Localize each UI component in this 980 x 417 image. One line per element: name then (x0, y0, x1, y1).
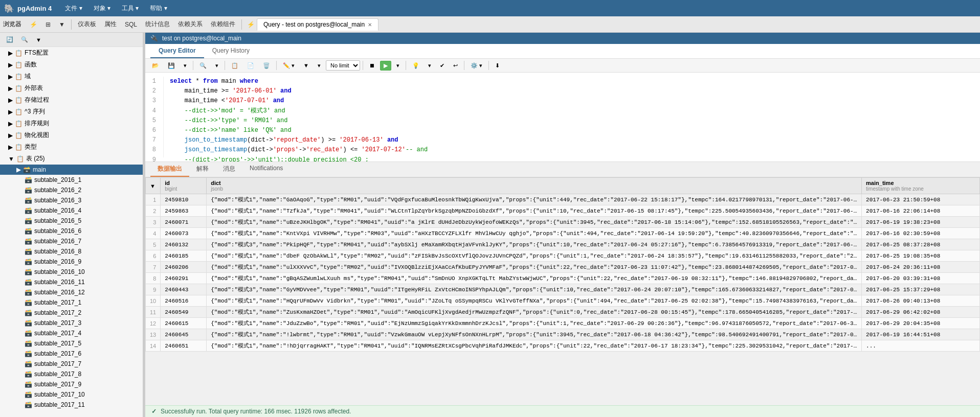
paste-btn[interactable]: 📄 (243, 61, 258, 71)
sidebar-item-sub17-6[interactable]: 🗃️ subtable_2017_6 (0, 349, 143, 359)
results-tab-messages[interactable]: 消息 (216, 162, 242, 177)
menu-tools[interactable]: 工具 ▾ (117, 2, 144, 15)
filter-edit-btn[interactable]: ▼ (300, 61, 313, 70)
col-maintime-header[interactable]: main_time timestamp with time zone (862, 178, 980, 194)
sidebar-item-sub12[interactable]: 🗃️ subtable_2016_12 (0, 287, 143, 297)
sidebar-item-sub11[interactable]: 🗃️ subtable_2016_11 (0, 277, 143, 287)
sidebar-item-sub17-4[interactable]: 🗃️ subtable_2017_4 (0, 328, 143, 338)
sidebar-item-procedure[interactable]: ▶ 📋 存储过程 (0, 94, 143, 106)
dependents-btn[interactable]: 依赖组件 (208, 18, 238, 30)
data-table-wrapper[interactable]: ▼ id bigint dict jsonb main_time (145, 177, 980, 405)
table-row[interactable]: 52460132{"mod":"模式3","name":"PkipHQF","t… (146, 239, 980, 250)
table-row[interactable]: 42460073{"mod":"模式1","name":"KntVXpi VIV… (146, 228, 980, 239)
explain-btn[interactable]: 💡 (409, 61, 423, 71)
limit-select[interactable]: No limit 100 500 1000 (326, 60, 360, 71)
dashboard-btn[interactable]: 仪表板 (75, 18, 99, 30)
sidebar-item-sub17-10[interactable]: 🗃️ subtable_2017_10 (0, 389, 143, 400)
sidebar-filter[interactable]: ▼ (33, 35, 44, 44)
copy-btn[interactable]: 📋 (228, 61, 242, 71)
table-row[interactable]: 22459863{"mod":"模式1","name":"TzfkJa","ty… (146, 205, 980, 217)
sidebar-item-sub17-5[interactable]: 🗃️ subtable_2017_5 (0, 338, 143, 349)
save-dropdown-btn[interactable]: ▾ (180, 61, 190, 71)
menu-object[interactable]: 对象 ▾ (88, 2, 116, 15)
sidebar-refresh[interactable]: 🔄 (3, 35, 16, 44)
find-btn[interactable]: 🔍 (196, 61, 210, 71)
sidebar-item-func[interactable]: ▶ 📋 函数 (0, 59, 143, 71)
table-row[interactable]: 102460516{"mod":"模式1","name":"HQqrUFmDwV… (146, 295, 980, 307)
sidebar-item-sub5[interactable]: 🗃️ subtable_2016_5 (0, 216, 143, 226)
sql-btn[interactable]: SQL (122, 19, 140, 30)
run-btn[interactable]: ▶ (380, 61, 391, 71)
menu-file[interactable]: 文件 ▾ (60, 2, 87, 15)
grid-button[interactable]: ⊞ (42, 19, 54, 30)
results-tab-notifications[interactable]: Notifications (242, 162, 290, 177)
col-dict-header[interactable]: dict jsonb (207, 178, 862, 194)
sidebar-item-sub17-11[interactable]: 🗃️ subtable_2017_11 (0, 400, 143, 410)
filter-button[interactable]: ▼ (56, 19, 68, 30)
tab-query-editor[interactable]: Query Editor (150, 44, 204, 58)
cell-id: 2460443 (161, 284, 207, 295)
sidebar-item-ext-table[interactable]: ▶ 📋 外部表 (0, 82, 143, 94)
sidebar-item-sub8[interactable]: 🗃️ subtable_2016_8 (0, 246, 143, 257)
col-id-header[interactable]: id bigint (161, 178, 207, 194)
close-query-tab[interactable]: ✕ (368, 22, 372, 28)
table-icon: 🗃️ (25, 207, 32, 214)
table-row[interactable]: 32460071{"mod":"模式1","name":"uBzeJKHlbgO… (146, 217, 980, 228)
sidebar-item-sub17-1[interactable]: 🗃️ subtable_2017_1 (0, 297, 143, 308)
table-row[interactable]: 132460645{"mod":"模式1","name":"!lwbrmt","… (146, 329, 980, 340)
open-file-btn[interactable]: 📂 (148, 61, 163, 71)
commit-btn[interactable]: ✔ (436, 61, 448, 71)
sidebar-item-sub6[interactable]: 🗃️ subtable_2016_6 (0, 226, 143, 236)
sidebar-item-main[interactable]: ▶ 🗃️ main (0, 165, 143, 175)
results-tab-explain[interactable]: 解释 (189, 162, 216, 177)
sidebar-item-type[interactable]: ▶ 📋 类型 (0, 141, 143, 153)
run-dropdown-btn[interactable]: ▾ (393, 61, 403, 71)
table-row[interactable]: 142460651{"mod":"模式1","name":"!hDjqrragH… (146, 340, 980, 352)
stop-btn[interactable]: ⏹ (366, 61, 378, 70)
sidebar-item-sub7[interactable]: 🗃️ subtable_2016_7 (0, 236, 143, 246)
results-tab-data[interactable]: 数据输出 (150, 162, 189, 177)
save-btn[interactable]: 💾 (164, 61, 179, 71)
table-row[interactable]: 92460443{"mod":"模式3","name":"GyVMDVvee",… (146, 284, 980, 295)
download-btn[interactable]: ⬇ (492, 61, 503, 71)
sidebar-item-domain[interactable]: ▶ 📋 域 (0, 71, 143, 82)
sidebar-item-sub17-3[interactable]: 🗃️ subtable_2017_3 (0, 318, 143, 328)
sidebar-item-sub17-8[interactable]: 🗃️ subtable_2017_8 (0, 369, 143, 379)
explain-dropdown-btn[interactable]: ▾ (425, 61, 435, 71)
dependencies-btn[interactable]: 依赖关系 (175, 18, 206, 30)
table-row[interactable]: 62460185{"mod":"模式1","name":"dbeF QzObAk… (146, 250, 980, 262)
sidebar-item-collation[interactable]: ▶ 📋 排序规则 (0, 118, 143, 129)
sidebar-item-sub1[interactable]: 🗃️ subtable_2016_1 (0, 175, 143, 185)
table-row[interactable]: 12459810{"mod":"模式1","name":"GaOAqoG","t… (146, 194, 980, 205)
sidebar-item-sub10[interactable]: 🗃️ subtable_2016_10 (0, 267, 143, 277)
edit-dropdown-btn[interactable]: ✏️ ▾ (279, 61, 298, 71)
refresh-button[interactable]: ⚡ (27, 19, 40, 30)
sidebar-query[interactable]: 🔍 (18, 35, 31, 44)
query-tab-main[interactable]: Query - test on postgres@local_main ✕ (257, 18, 378, 31)
statistics-btn[interactable]: 统计信息 (142, 18, 173, 30)
rollback-btn[interactable]: ↩ (450, 61, 461, 71)
macros-btn[interactable]: ⚙️ ▾ (467, 61, 486, 71)
table-row[interactable]: 122460615{"mod":"模式1","name":"JduZzwBo",… (146, 318, 980, 329)
find-dropdown-btn[interactable]: ▾ (212, 61, 222, 71)
sidebar-item-sub17-7[interactable]: 🗃️ subtable_2017_7 (0, 359, 143, 369)
tab-query-history[interactable]: Query History (204, 44, 258, 58)
sidebar-item-sub2[interactable]: 🗃️ subtable_2016_2 (0, 185, 143, 195)
delete-btn[interactable]: 🗑️ (259, 61, 274, 71)
sidebar-item-sub4[interactable]: 🗃️ subtable_2016_4 (0, 205, 143, 216)
table-row[interactable]: 82460291{"mod":"模式1","name":"gBqASZWumlw… (146, 273, 980, 284)
table-row[interactable]: 72460206{"mod":"模式1","name":"ulXXXVvC","… (146, 262, 980, 273)
code-editor[interactable]: 12345 6789 select * from main where main… (145, 73, 980, 162)
sidebar-item-matview[interactable]: ▶ 📋 物化视图 (0, 129, 143, 141)
properties-btn[interactable]: 属性 (101, 18, 120, 30)
sidebar-item-sub9[interactable]: 🗃️ subtable_2016_9 (0, 257, 143, 267)
table-row[interactable]: 112460549{"mod":"模式1","name":"ZusKxmaHZO… (146, 307, 980, 318)
sidebar-item-sub17-9[interactable]: 🗃️ subtable_2017_9 (0, 379, 143, 389)
sidebar-item-fts[interactable]: ▶ 📋 FTS配置 (0, 47, 143, 59)
menu-help[interactable]: 帮助 ▾ (145, 2, 172, 15)
sidebar-item-sequence[interactable]: ▶ 📋 ^3 序列 (0, 106, 143, 118)
sidebar-item-sub17-2[interactable]: 🗃️ subtable_2017_2 (0, 308, 143, 318)
filter-dropdown-btn[interactable]: ▾ (314, 61, 324, 71)
sidebar-item-tables[interactable]: ▼ 📋 表 (25) (0, 153, 143, 165)
sidebar-item-sub3[interactable]: 🗃️ subtable_2016_3 (0, 195, 143, 205)
